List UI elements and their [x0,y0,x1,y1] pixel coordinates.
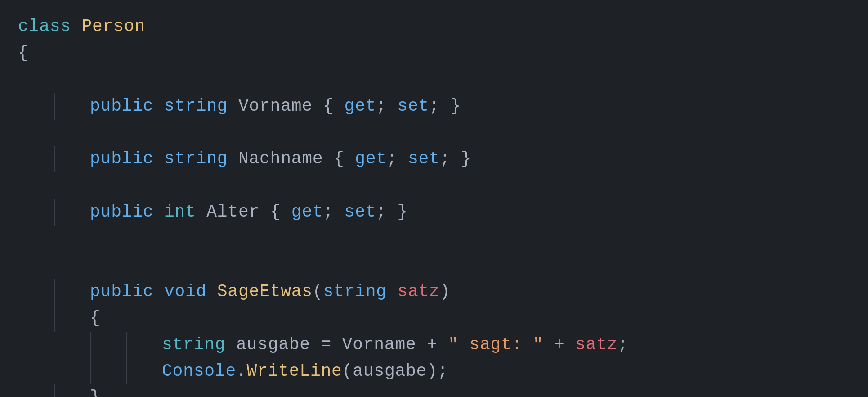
var-type: string [162,332,236,358]
paren-open: ( [313,279,323,305]
line-open-brace-outer: { [18,40,850,67]
code-block: class Person { public string Vorname { g… [18,14,850,397]
guide-10 [54,384,55,397]
close-brace-method: } [90,384,101,397]
line-empty-3 [18,172,850,199]
line-prop-alter: public int Alter { get; set; } [54,199,850,226]
guide-8 [90,358,91,385]
semicolon-2: ; [438,358,448,385]
ref-satz: satz [575,332,617,358]
line-prop-vorname: public string Vorname { get; set; } [54,93,850,120]
class-name: Person [81,14,145,40]
line-open-brace-method: { [54,305,850,332]
setter-1: set [397,93,429,120]
param-type: string [323,279,397,305]
punct-4: { [334,146,355,172]
guide-6 [90,332,91,358]
getter-1: get [345,93,376,120]
op-assign: = [321,332,342,358]
keyword-public-3: public [90,199,164,226]
line-console: Console.WriteLine(ausgabe); [90,358,850,385]
writeline-method: WriteLine [247,358,342,385]
punct-2: ; [376,93,397,120]
console-class: Console [162,358,236,385]
getter-2: get [355,146,387,172]
line-close-brace-method: } [54,384,850,397]
var-ausgabe: ausgabe [236,332,321,358]
line-class-decl: class Person [18,14,850,40]
paren-open-2: ( [342,358,353,385]
punct-5: ; [387,146,408,172]
line-empty-5 [18,252,850,279]
ref-ausgabe: ausgabe [353,358,427,385]
prop-vorname: Vorname [238,93,323,120]
open-brace-method: { [90,305,101,332]
guide-9 [126,358,127,385]
method-name: SageEtwas [217,279,313,305]
line-empty-1 [18,67,850,93]
type-string-2: string [164,146,238,172]
ref-vorname: Vorname [342,332,427,358]
keyword-public-1: public [90,93,164,120]
type-void: void [164,279,217,305]
code-editor: class Person { public string Vorname { g… [0,0,868,397]
guide-7 [126,332,127,358]
param-name: satz [397,279,439,305]
type-int: int [164,199,206,226]
punct-6: ; } [440,146,472,172]
keyword-public-2: public [90,146,164,172]
line-method-decl: public void SageEtwas(string satz) [54,279,850,305]
punct-7: { [270,199,291,226]
punct-8: ; [323,199,344,226]
punct-1: { [323,93,344,120]
dot: . [236,358,247,385]
type-string-1: string [164,93,238,120]
getter-3: get [291,199,323,226]
prop-alter: Alter [206,199,270,226]
line-prop-nachname: public string Nachname { get; set; } [54,146,850,172]
punct-3: ; } [429,93,461,120]
op-plus-1: + [427,332,448,358]
paren-close-2: ) [427,358,438,385]
punct-9: ; } [376,199,408,226]
keyword-public-4: public [90,279,164,305]
semicolon-1: ; [617,332,628,358]
string-literal: " sagt: " [448,332,543,358]
prop-nachname: Nachname [238,146,334,172]
open-brace-outer: { [18,40,29,67]
keyword-class: class [18,14,81,40]
guide-3 [54,199,55,226]
guide-1 [54,93,55,120]
setter-2: set [408,146,440,172]
setter-3: set [345,199,376,226]
paren-close: ) [440,279,451,305]
guide-2 [54,146,55,172]
line-empty-4 [18,226,850,252]
line-empty-2 [18,120,850,146]
line-var-decl: string ausgabe = Vorname + " sagt: " + s… [90,332,850,358]
guide-4 [54,279,55,305]
guide-5 [54,305,55,332]
op-plus-2: + [543,332,575,358]
